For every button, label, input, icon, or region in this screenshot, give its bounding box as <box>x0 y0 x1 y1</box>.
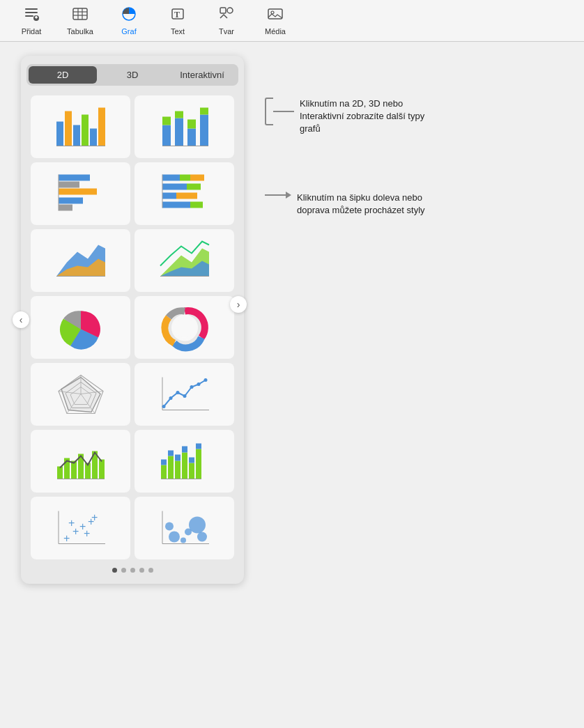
callout-bracket-tabs <box>265 98 273 125</box>
chart-item-bar-horizontal-clustered[interactable] <box>31 162 130 225</box>
toolbar-label-tabulka: Tabulka <box>67 27 93 36</box>
svg-rect-91 <box>196 449 201 479</box>
chart-item-area-line[interactable] <box>135 229 234 292</box>
chart-item-bar-horizontal-stacked[interactable] <box>135 162 234 225</box>
graf-icon <box>121 6 137 25</box>
toolbar-item-tabulka[interactable]: Tabulka <box>56 3 105 38</box>
media-icon <box>267 6 284 25</box>
tabulka-icon <box>72 6 89 25</box>
pagination-dot-1[interactable] <box>112 568 117 573</box>
svg-rect-28 <box>175 111 183 118</box>
svg-rect-82 <box>161 460 167 465</box>
annotations: Kliknutím na 2D, 3D nebo Interaktivní zo… <box>258 56 467 584</box>
toolbar-item-pridat[interactable]: Přidat <box>7 3 56 38</box>
tab-2d[interactable]: 2D <box>29 66 97 84</box>
svg-rect-81 <box>161 465 167 479</box>
tab-switcher: 2D 3D Interaktivní <box>26 64 238 86</box>
pagination-dot-4[interactable] <box>139 568 144 573</box>
pagination-dot-5[interactable] <box>148 568 153 573</box>
chart-item-bar-vertical-clustered[interactable] <box>31 95 130 158</box>
pagination-dot-2[interactable] <box>121 568 126 573</box>
svg-rect-25 <box>162 125 171 146</box>
pagination-dot-3[interactable] <box>130 568 135 573</box>
svg-point-54 <box>175 318 194 338</box>
svg-text:T: T <box>174 10 180 20</box>
chart-item-bar-vertical-stacked[interactable] <box>135 95 234 158</box>
svg-rect-1 <box>25 12 38 13</box>
toolbar-item-graf[interactable]: Graf <box>105 3 153 38</box>
chart-item-pie[interactable] <box>31 296 130 359</box>
svg-rect-45 <box>162 193 176 199</box>
callout-tabs: Kliknutím na 2D, 3D nebo Interaktivní zo… <box>265 98 467 136</box>
callout-hline-tabs <box>273 111 294 112</box>
chart-item-bar-combo-2[interactable] <box>135 430 234 493</box>
svg-point-110 <box>197 532 207 542</box>
svg-rect-85 <box>175 461 180 479</box>
svg-text:+: + <box>63 532 70 544</box>
toolbar-label-media: Média <box>265 27 286 36</box>
svg-rect-86 <box>175 455 180 461</box>
svg-rect-18 <box>56 122 63 146</box>
svg-rect-16 <box>268 9 282 19</box>
svg-point-66 <box>162 405 165 408</box>
svg-rect-30 <box>187 120 196 129</box>
toolbar-item-tvar[interactable]: Tvar <box>202 3 251 38</box>
svg-rect-35 <box>59 182 79 188</box>
svg-point-17 <box>271 11 274 14</box>
callout-tabs-text: Kliknutím na 2D, 3D nebo Interaktivní zo… <box>300 98 439 136</box>
tvar-icon <box>218 6 235 25</box>
callout-arrows: Kliknutím na šipku doleva nebo doprava m… <box>265 192 467 217</box>
svg-point-71 <box>197 382 200 386</box>
callout-arrow-hline <box>265 194 286 196</box>
chart-item-bubble[interactable] <box>135 497 234 559</box>
text-icon: T <box>169 6 186 25</box>
chart-item-area-stacked[interactable] <box>31 229 130 292</box>
chart-item-scatter-line[interactable] <box>135 363 234 426</box>
svg-rect-14 <box>220 8 226 13</box>
callout-arrows-text: Kliknutím na šipku doleva nebo doprava m… <box>297 192 436 217</box>
svg-rect-48 <box>190 202 203 208</box>
chart-item-scatter[interactable]: + + + + + + + <box>31 497 130 559</box>
svg-rect-27 <box>175 118 183 146</box>
svg-point-108 <box>189 517 206 534</box>
toolbar-item-text[interactable]: T Text <box>153 3 202 38</box>
nav-arrow-right[interactable]: › <box>230 296 247 313</box>
pagination-dots <box>26 568 238 573</box>
right-arrow-icon: › <box>237 299 240 310</box>
svg-rect-84 <box>168 451 174 456</box>
toolbar-label-graf: Graf <box>121 27 136 36</box>
svg-rect-32 <box>200 108 208 115</box>
svg-rect-29 <box>187 129 196 146</box>
main-area: ‹ 2D 3D Interaktivní › <box>0 42 584 598</box>
svg-rect-89 <box>189 463 194 479</box>
svg-rect-46 <box>176 193 197 199</box>
svg-point-69 <box>183 394 186 398</box>
svg-point-72 <box>203 378 207 382</box>
callout-tabs-line <box>265 98 294 125</box>
svg-rect-34 <box>59 175 90 181</box>
svg-point-109 <box>165 522 174 531</box>
toolbar-item-media[interactable]: Média <box>251 3 300 38</box>
svg-rect-22 <box>90 129 97 146</box>
svg-rect-38 <box>59 205 72 211</box>
toolbar-label-text: Text <box>171 27 185 36</box>
svg-rect-26 <box>162 117 171 125</box>
svg-rect-88 <box>182 447 187 453</box>
svg-point-70 <box>190 385 193 389</box>
chart-item-bar-combo-1[interactable] <box>31 430 130 493</box>
nav-arrow-left[interactable]: ‹ <box>13 311 29 328</box>
svg-rect-20 <box>73 125 80 146</box>
svg-rect-2 <box>25 15 33 17</box>
svg-rect-43 <box>162 184 187 190</box>
svg-rect-40 <box>162 175 180 181</box>
svg-rect-6 <box>73 8 87 20</box>
svg-rect-47 <box>162 202 190 208</box>
svg-rect-44 <box>187 184 201 190</box>
chart-item-donut[interactable] <box>135 296 234 359</box>
svg-rect-31 <box>200 115 208 146</box>
svg-rect-90 <box>189 458 194 463</box>
tab-3d[interactable]: 3D <box>98 66 167 84</box>
svg-rect-73 <box>57 467 63 479</box>
tab-interaktivni[interactable]: Interaktivní <box>168 66 236 84</box>
chart-item-radar[interactable] <box>31 363 130 426</box>
